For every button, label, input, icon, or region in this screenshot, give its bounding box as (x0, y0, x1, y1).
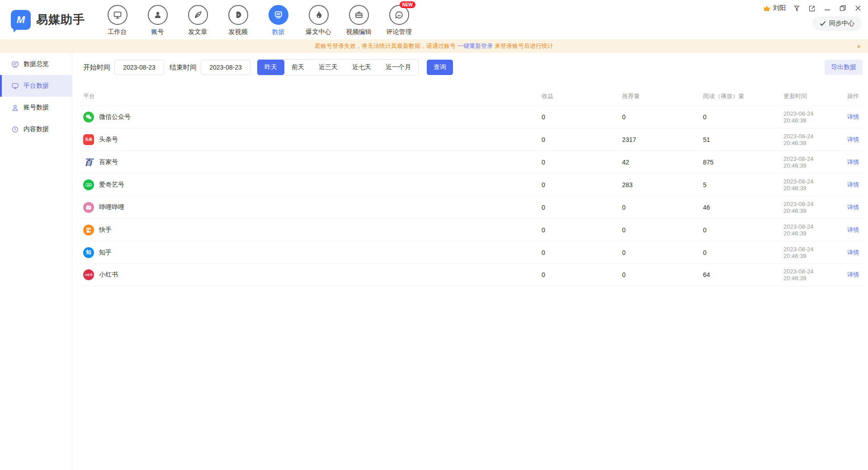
recommend-value: 2317 (622, 136, 703, 143)
table-row: QIYI 爱奇艺号 0 283 5 2023-08-24 20:46:39 详情 (80, 173, 863, 196)
platform-monitor-icon (11, 82, 19, 90)
updated-time: 2023-08-24 20:46:39 (783, 268, 822, 282)
nav-item-account[interactable]: 账号 (137, 5, 178, 36)
recommend-value: 0 (622, 249, 703, 256)
platform-data-table: 平台 收益 推荐量 阅读（播放）量 更新时间 操作 (80, 87, 863, 286)
query-button[interactable]: 查询 (427, 60, 453, 75)
nav-item-publish-article[interactable]: 发文章 (178, 5, 218, 36)
table-row: 快手 0 0 0 2023-08-24 20:46:39 详情 (80, 218, 863, 241)
sidebar-item-label: 数据总览 (24, 60, 49, 68)
sidebar-item-content-data[interactable]: 内容数据 (0, 118, 72, 140)
toolbox-icon (349, 5, 369, 25)
revenue-value: 0 (542, 159, 622, 166)
platform-name: 知乎 (99, 249, 112, 257)
video-play-icon (228, 5, 248, 25)
nav-item-workbench[interactable]: 工作台 (97, 5, 137, 36)
crown-icon (763, 5, 771, 12)
content-clock-icon (11, 125, 19, 133)
table-row: 百 百家号 0 42 875 2023-08-24 20:46:39 详情 (80, 150, 863, 173)
start-date-input[interactable] (114, 60, 164, 75)
table-row: 知 知乎 0 0 0 2023-08-24 20:46:39 详情 (80, 241, 863, 263)
sidebar-item-platform-data[interactable]: 平台数据 (0, 75, 72, 97)
table-row: 微信公众号 0 0 0 2023-08-24 20:46:39 详情 (80, 105, 863, 128)
revenue-value: 0 (542, 249, 622, 256)
range-yesterday-button[interactable]: 昨天 (257, 60, 284, 75)
range-day-before-button[interactable]: 前天 (284, 60, 311, 75)
nav-item-hot-articles[interactable]: 爆文中心 (298, 5, 339, 36)
nav-label: 数据 (272, 28, 285, 36)
bilibili-icon (83, 202, 94, 213)
platform-name: 头条号 (99, 136, 118, 144)
nav-item-video-edit[interactable]: 视频编辑 (339, 5, 379, 36)
notice-banner: 若账号登录失效，将无法统计其最新数据，请通过账号 一键重新登录 来登录账号后进行… (0, 39, 868, 53)
banner-text-after: 来登录账号后进行统计 (495, 42, 553, 50)
nav-item-comment-manage[interactable]: NEW 评论管理 (379, 5, 419, 36)
account-person-icon (11, 103, 19, 112)
recommend-value: 0 (622, 113, 703, 121)
app-name: 易媒助手 (36, 12, 85, 28)
revenue-value: 0 (542, 181, 622, 188)
recommend-value: 0 (622, 204, 703, 211)
toutiao-icon: 头条 (83, 134, 94, 145)
detail-link[interactable]: 详情 (847, 113, 859, 120)
end-time-label: 结束时间 (170, 63, 197, 72)
sidebar: 数据总览 平台数据 账号数据 内容数据 (0, 53, 72, 470)
nav-label: 爆文中心 (306, 28, 331, 36)
reads-value: 51 (703, 136, 783, 143)
relogin-link[interactable]: 一键重新登录 (458, 42, 493, 50)
detail-link[interactable]: 详情 (847, 226, 859, 233)
updated-time: 2023-08-24 20:46:39 (783, 201, 822, 214)
col-recommend: 推荐量 (622, 92, 703, 100)
range-month-button[interactable]: 近一个月 (378, 60, 418, 75)
window-controls: 刘阳 (763, 4, 863, 13)
col-updated: 更新时间 (783, 92, 822, 100)
platform-name: 爱奇艺号 (99, 181, 124, 189)
feedback-edit-icon[interactable] (807, 4, 816, 13)
detail-link[interactable]: 详情 (847, 204, 859, 211)
reads-value: 875 (703, 159, 783, 166)
reads-value: 46 (703, 204, 783, 211)
detail-link[interactable]: 详情 (847, 181, 859, 188)
nav-item-data[interactable]: 数据 (258, 5, 298, 36)
table-row: 哔哩哔哩 0 0 46 2023-08-24 20:46:39 详情 (80, 196, 863, 218)
zhihu-icon: 知 (83, 247, 94, 258)
revenue-value: 0 (542, 113, 622, 121)
col-action: 操作 (822, 92, 863, 100)
updated-time: 2023-08-24 20:46:39 (783, 133, 822, 146)
platform-name: 哔哩哔哩 (99, 203, 124, 212)
sidebar-item-account-data[interactable]: 账号数据 (0, 97, 72, 118)
user-chip[interactable]: 刘阳 (763, 4, 786, 12)
platform-name: 百家号 (99, 158, 118, 166)
filter-icon[interactable] (792, 4, 801, 13)
date-range-group: 昨天 前天 近三天 近七天 近一个月 (257, 59, 419, 75)
recommend-value: 283 (622, 181, 703, 188)
main-nav: 工作台 账号 发文章 发视频 (97, 0, 419, 39)
range-3days-button[interactable]: 近三天 (311, 60, 345, 75)
table-row: 小红书 小红书 0 0 64 2023-08-24 20:46:39 详情 (80, 263, 863, 286)
article-pen-icon (188, 5, 208, 25)
nav-item-publish-video[interactable]: 发视频 (218, 5, 258, 36)
sidebar-item-label: 账号数据 (24, 103, 49, 112)
detail-link[interactable]: 详情 (847, 159, 859, 165)
banner-close-icon[interactable]: × (857, 43, 861, 50)
detail-link[interactable]: 详情 (847, 271, 859, 278)
end-date-input[interactable] (201, 60, 250, 75)
overview-chart-icon (11, 60, 19, 68)
nav-label: 视频编辑 (346, 28, 372, 36)
range-7days-button[interactable]: 近七天 (345, 60, 378, 75)
export-data-button[interactable]: 导出数据 (825, 60, 863, 75)
minimize-icon[interactable] (823, 4, 832, 13)
reads-value: 5 (703, 181, 783, 188)
sidebar-item-data-overview[interactable]: 数据总览 (0, 53, 72, 75)
close-icon[interactable] (854, 4, 863, 13)
detail-link[interactable]: 详情 (847, 136, 859, 143)
revenue-value: 0 (542, 271, 622, 278)
flame-icon (309, 5, 329, 25)
reads-value: 0 (703, 249, 783, 256)
detail-link[interactable]: 详情 (847, 249, 859, 256)
baijiahao-icon: 百 (83, 157, 94, 168)
app-logo: M 易媒助手 (0, 0, 97, 39)
sync-center-button[interactable]: 同步中心 (812, 16, 862, 31)
maximize-restore-icon[interactable] (838, 4, 847, 13)
reads-value: 0 (703, 226, 783, 234)
